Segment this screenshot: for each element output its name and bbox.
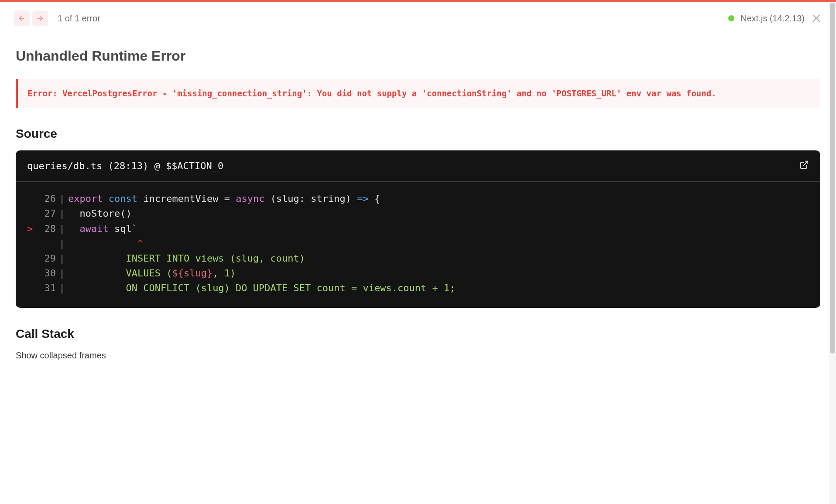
- toggle-collapsed-frames[interactable]: Show collapsed frames: [16, 351, 820, 361]
- code-line-28: >28| await sql`: [27, 221, 809, 236]
- scrollbar-thumb[interactable]: [830, 3, 835, 354]
- status-dot-icon: [728, 15, 734, 21]
- error-overlay: 1 of 1 error Next.js (14.2.13) Unhandled…: [3, 2, 833, 378]
- open-in-editor-button[interactable]: [799, 160, 809, 172]
- overlay-header: 1 of 1 error Next.js (14.2.13): [3, 2, 833, 26]
- prev-error-button[interactable]: [14, 10, 30, 26]
- code-line-29: 29| INSERT INTO views (slug, count): [27, 251, 809, 266]
- framework-version: Next.js (14.2.13): [740, 14, 805, 24]
- code-line-31: 31| ON CONFLICT (slug) DO UPDATE SET cou…: [27, 281, 809, 296]
- code-line-26: 26| export const incrementView = async (…: [27, 191, 809, 206]
- source-heading: Source: [16, 127, 820, 141]
- close-button[interactable]: [811, 13, 822, 24]
- svg-line-4: [803, 161, 808, 166]
- header-left: 1 of 1 error: [14, 10, 100, 26]
- source-location: queries/db.ts (28:13) @ $$ACTION_0: [27, 160, 223, 171]
- external-link-icon: [799, 160, 809, 170]
- next-error-button[interactable]: [32, 10, 48, 26]
- close-icon: [811, 13, 822, 24]
- code-line-30: 30| VALUES (${slug}, 1): [27, 266, 809, 281]
- error-nav-buttons: [14, 10, 48, 26]
- error-count-label: 1 of 1 error: [58, 14, 100, 24]
- arrow-left-icon: [18, 14, 26, 22]
- code-caret-line: | ^: [27, 236, 809, 251]
- error-message: Error: VercelPostgresError - 'missing_co…: [16, 79, 820, 108]
- source-code-block: queries/db.ts (28:13) @ $$ACTION_0 26| e…: [16, 150, 820, 308]
- overlay-body: Unhandled Runtime Error Error: VercelPos…: [3, 26, 833, 378]
- callstack-heading: Call Stack: [16, 327, 820, 341]
- header-right: Next.js (14.2.13): [728, 13, 822, 24]
- scrollbar[interactable]: [829, 3, 836, 378]
- error-title: Unhandled Runtime Error: [16, 48, 820, 64]
- source-location-bar: queries/db.ts (28:13) @ $$ACTION_0: [16, 150, 820, 182]
- code-line-27: 27| noStore(): [27, 206, 809, 221]
- arrow-right-icon: [36, 14, 44, 22]
- source-code-body: 26| export const incrementView = async (…: [16, 182, 820, 308]
